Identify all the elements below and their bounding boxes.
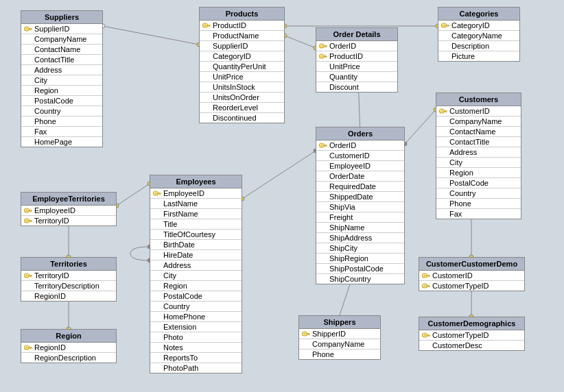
table-customers[interactable]: Customers CustomerIDCompanyNameContactNa… bbox=[436, 93, 521, 219]
table-header-territories: Territories bbox=[21, 258, 116, 271]
key-icon bbox=[439, 108, 447, 114]
table-row: City bbox=[21, 75, 102, 86]
table-row: ReorderLevel bbox=[200, 103, 284, 113]
field-name: Country bbox=[163, 302, 190, 310]
table-header-employees: Employees bbox=[150, 175, 242, 188]
svg-rect-47 bbox=[210, 26, 211, 27]
table-row: TerritoryID bbox=[21, 216, 116, 225]
svg-point-69 bbox=[320, 144, 323, 146]
svg-rect-56 bbox=[325, 57, 326, 58]
table-row: Region bbox=[150, 281, 242, 291]
field-name: UnitPrice bbox=[329, 62, 360, 71]
field-name: UnitPrice bbox=[213, 73, 244, 81]
table-row: CustomerTypeID bbox=[419, 281, 524, 291]
table-row: CustomerID bbox=[316, 151, 404, 161]
field-name: Fax bbox=[34, 127, 47, 136]
field-name: CategoryID bbox=[451, 21, 490, 29]
field-name: ShipPostalCode bbox=[329, 265, 384, 273]
table-row: Country bbox=[150, 302, 242, 312]
field-name: ShipAddress bbox=[329, 234, 372, 242]
table-row: ShipVia bbox=[316, 202, 404, 212]
table-row: PostalCode bbox=[436, 178, 521, 188]
table-row: ReportsTo bbox=[150, 353, 242, 363]
table-employeeterritories[interactable]: EmployeeTerritories EmployeeID Territory… bbox=[21, 192, 117, 226]
table-row: Fax bbox=[21, 127, 102, 137]
table-customercustomerdemo[interactable]: CustomerCustomerDemo CustomerID Customer… bbox=[419, 257, 525, 291]
svg-rect-102 bbox=[309, 334, 310, 335]
svg-point-79 bbox=[25, 209, 28, 211]
svg-rect-76 bbox=[445, 112, 446, 113]
svg-rect-117 bbox=[430, 336, 430, 336]
svg-rect-112 bbox=[430, 286, 430, 287]
table-row: HomePage bbox=[21, 137, 102, 147]
table-row: FirstName bbox=[150, 209, 242, 219]
table-row: OrderID bbox=[316, 41, 397, 51]
table-row: OrderDate bbox=[316, 171, 404, 182]
table-territories[interactable]: Territories TerritoryIDTerritoryDescript… bbox=[21, 257, 117, 302]
field-name: ShipCountry bbox=[329, 275, 371, 283]
field-name: Fax bbox=[449, 210, 462, 218]
table-products[interactable]: Products ProductIDProductNameSupplierIDC… bbox=[199, 7, 285, 123]
field-name: Notes bbox=[163, 343, 183, 352]
table-row: ShipCountry bbox=[316, 274, 404, 284]
table-row: TerritoryID bbox=[21, 271, 116, 281]
svg-rect-80 bbox=[29, 210, 32, 210]
field-name: ProductID bbox=[213, 21, 246, 29]
table-header-categories: Categories bbox=[438, 8, 519, 21]
key-icon bbox=[24, 344, 32, 351]
key-icon bbox=[422, 332, 430, 339]
table-categories[interactable]: Categories CategoryIDCategoryNameDescrip… bbox=[438, 7, 520, 62]
table-shippers[interactable]: Shippers ShipperIDCompanyNamePhone bbox=[298, 315, 381, 360]
field-name: CategoryName bbox=[451, 32, 502, 40]
svg-rect-60 bbox=[446, 25, 449, 25]
field-name: EmployeeID bbox=[329, 162, 371, 170]
table-row: Region bbox=[21, 86, 102, 96]
field-name: CustomerTypeID bbox=[432, 331, 489, 339]
svg-rect-91 bbox=[30, 276, 31, 278]
table-customerdemographics[interactable]: CustomerDemographics CustomerTypeIDCusto… bbox=[419, 317, 525, 351]
table-region[interactable]: Region RegionIDRegionDescription bbox=[21, 329, 117, 363]
table-employees[interactable]: Employees EmployeeIDLastNameFirstNameTit… bbox=[150, 175, 242, 373]
table-row: BirthDate bbox=[150, 240, 242, 250]
table-row: CategoryID bbox=[200, 51, 284, 62]
table-suppliers[interactable]: Suppliers SupplierIDCompanyNameContactNa… bbox=[21, 10, 103, 147]
table-header-products: Products bbox=[200, 8, 284, 21]
field-name: BirthDate bbox=[163, 241, 195, 249]
table-orderdetails[interactable]: Order Details OrderID ProductIDUnitPrice… bbox=[316, 27, 398, 93]
key-icon bbox=[302, 330, 310, 337]
table-header-customers: Customers bbox=[436, 93, 521, 106]
field-name: HomePage bbox=[34, 138, 72, 146]
field-name: LastName bbox=[163, 199, 198, 208]
field-name: ContactTitle bbox=[34, 56, 74, 64]
table-orders[interactable]: Orders OrderIDCustomerIDEmployeeIDOrderD… bbox=[316, 127, 405, 284]
svg-rect-67 bbox=[161, 194, 161, 195]
field-name: Region bbox=[163, 282, 187, 290]
table-row: ShipCity bbox=[316, 243, 404, 254]
svg-rect-71 bbox=[325, 146, 326, 147]
field-name: City bbox=[34, 76, 47, 84]
svg-line-12 bbox=[405, 110, 436, 144]
svg-rect-40 bbox=[29, 28, 32, 29]
field-name: Phone bbox=[34, 117, 56, 125]
svg-point-54 bbox=[320, 55, 323, 57]
field-name: CustomerID bbox=[432, 271, 473, 280]
field-name: CompanyName bbox=[312, 340, 364, 348]
table-row: SupplierID bbox=[200, 41, 284, 51]
svg-point-64 bbox=[154, 192, 157, 194]
key-icon bbox=[24, 272, 32, 279]
svg-rect-77 bbox=[447, 112, 447, 112]
field-name: UnitsOnOrder bbox=[213, 93, 259, 101]
table-header-customerdemographics: CustomerDemographics bbox=[419, 317, 524, 330]
table-row: City bbox=[150, 271, 242, 281]
svg-rect-62 bbox=[449, 26, 449, 27]
table-row: City bbox=[436, 158, 521, 168]
svg-rect-116 bbox=[428, 336, 429, 337]
table-header-region: Region bbox=[21, 330, 116, 343]
table-row: Region bbox=[436, 168, 521, 178]
field-name: HireDate bbox=[163, 251, 193, 259]
field-name: ShipName bbox=[329, 223, 364, 232]
table-header-orderdetails: Order Details bbox=[316, 28, 397, 41]
field-name: ContactTitle bbox=[449, 138, 489, 146]
table-row: EmployeeID bbox=[21, 206, 116, 216]
svg-rect-81 bbox=[30, 211, 31, 212]
